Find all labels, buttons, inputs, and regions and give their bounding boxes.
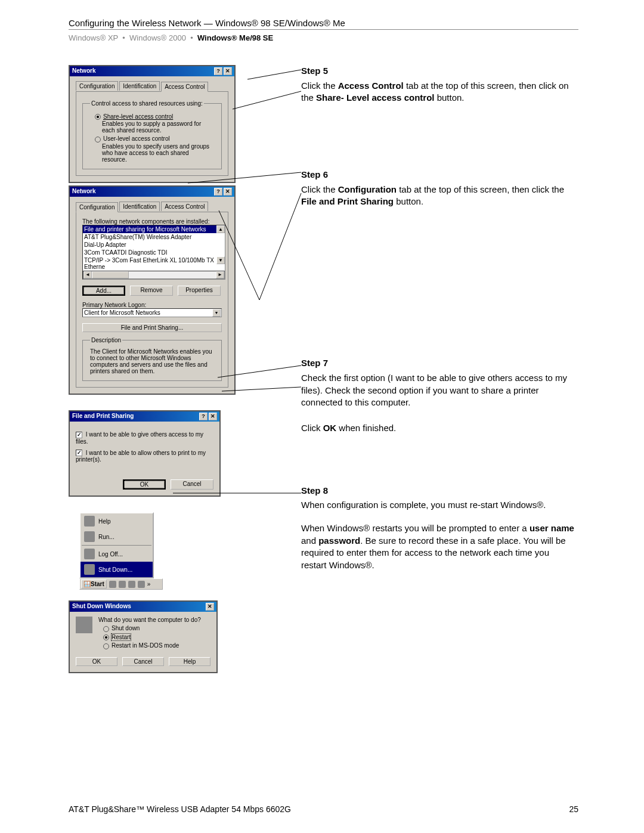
msdos-label: Restart in MS-DOS mode: [112, 642, 179, 649]
bc-xp: Windows® XP: [69, 33, 118, 42]
bc-sep2: •: [190, 33, 193, 42]
step8-text2: When Windows® restarts you will be promp…: [301, 522, 575, 572]
close-icon[interactable]: ✕: [206, 603, 214, 611]
page-header: Configuring the Wireless Network — Windo…: [69, 18, 578, 30]
breadcrumb: Windows® XP • Windows® 2000 • Windows® M…: [69, 33, 578, 42]
step6-heading: Step 6: [301, 169, 575, 181]
dialog-title: Shut Down Windows: [72, 603, 131, 609]
page-number: 25: [569, 804, 578, 814]
footer-product: AT&T Plug&Share™ Wireless USB Adapter 54…: [69, 804, 291, 814]
step5-text: Click the Access Control tab at the top …: [301, 80, 575, 104]
step5-heading: Step 5: [301, 65, 575, 78]
step7-text2: Click OK when finished.: [301, 422, 575, 435]
step8-text1: When configuration is complete, you must…: [301, 499, 575, 512]
shutdown-dialog-icon: [76, 617, 92, 633]
step7-heading: Step 7: [301, 357, 575, 370]
shutdown-radio[interactable]: Shut down: [103, 625, 201, 631]
step8-heading: Step 8: [301, 485, 575, 497]
shutdown-prompt: What do you want the computer to do?: [98, 617, 201, 623]
svg-line-2: [188, 172, 301, 183]
svg-line-6: [222, 387, 301, 391]
svg-line-1: [233, 91, 301, 109]
bc-me98: Windows® Me/98 SE: [197, 33, 273, 42]
shutdown-label: Shut down: [112, 625, 140, 631]
help-button[interactable]: Help: [169, 657, 210, 666]
step6-text: Click the Configuration tab at the top o…: [301, 184, 575, 208]
step7-text: Check the first option (I want to be abl…: [301, 372, 575, 409]
msdos-radio[interactable]: Restart in MS-DOS mode: [103, 642, 201, 649]
cancel-button[interactable]: Cancel: [122, 657, 164, 666]
ok-button[interactable]: OK: [76, 657, 117, 666]
shutdown-dialog: Shut Down Windows ✕ What do you want the…: [69, 600, 218, 673]
bc-sep: •: [122, 33, 125, 42]
radio-empty-icon: [103, 643, 109, 649]
restart-label: Restart: [112, 634, 131, 640]
radio-selected-icon: [103, 634, 109, 640]
radio-empty-icon: [103, 626, 109, 632]
svg-line-5: [218, 366, 301, 377]
svg-line-0: [247, 70, 301, 79]
bc-2000: Windows® 2000: [129, 33, 186, 42]
svg-line-3: [219, 210, 259, 300]
restart-radio[interactable]: Restart: [103, 634, 201, 640]
svg-line-4: [259, 193, 301, 300]
